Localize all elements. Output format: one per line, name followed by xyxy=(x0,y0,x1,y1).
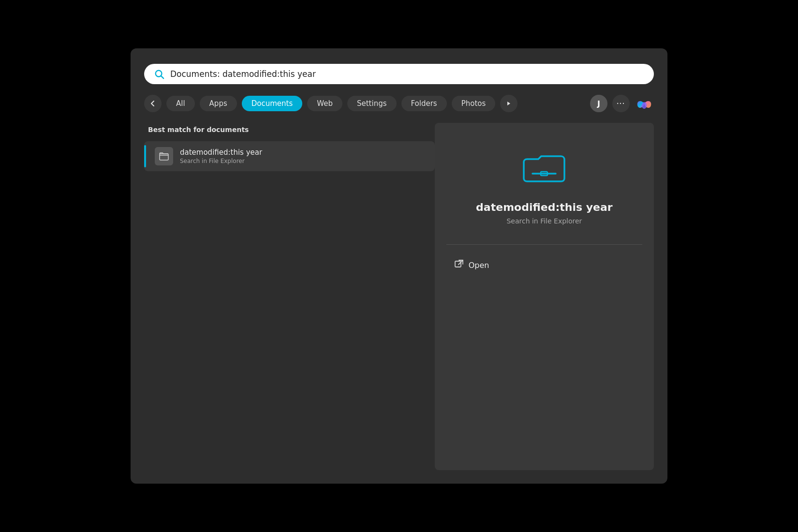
more-arrow-button[interactable] xyxy=(500,95,517,112)
more-options-button[interactable]: ··· xyxy=(612,95,630,112)
detail-folder-icon xyxy=(517,146,571,190)
svg-line-1 xyxy=(161,76,163,78)
filter-apps[interactable]: Apps xyxy=(200,96,237,111)
result-item[interactable]: datemodified:this year Search in File Ex… xyxy=(144,141,435,171)
section-title: Best match for documents xyxy=(144,123,435,137)
copilot-button[interactable] xyxy=(635,94,654,113)
open-label: Open xyxy=(469,261,489,270)
user-avatar[interactable]: J xyxy=(590,95,607,112)
filter-photos[interactable]: Photos xyxy=(452,96,496,111)
filter-settings[interactable]: Settings xyxy=(347,96,397,111)
open-icon xyxy=(454,259,464,271)
result-title: datemodified:this year xyxy=(180,148,262,157)
search-bar xyxy=(144,64,654,84)
open-button[interactable]: Open xyxy=(446,254,642,276)
svg-rect-5 xyxy=(160,154,168,160)
result-text: datemodified:this year Search in File Ex… xyxy=(180,148,262,164)
accent-bar xyxy=(144,145,146,167)
filter-web[interactable]: Web xyxy=(307,96,342,111)
filter-row: All Apps Documents Web Settings Folders … xyxy=(144,94,654,113)
file-explorer-icon xyxy=(155,147,173,165)
svg-rect-8 xyxy=(455,261,461,267)
search-input[interactable] xyxy=(170,69,644,79)
search-icon xyxy=(154,69,164,79)
left-panel: Best match for documents datemodified:th… xyxy=(144,123,435,470)
main-content: Best match for documents datemodified:th… xyxy=(144,123,654,470)
search-window: All Apps Documents Web Settings Folders … xyxy=(131,48,667,484)
result-subtitle: Search in File Explorer xyxy=(180,158,262,164)
detail-title: datemodified:this year xyxy=(476,201,613,213)
svg-point-4 xyxy=(642,102,647,109)
svg-marker-2 xyxy=(507,102,510,105)
right-panel: datemodified:this year Search in File Ex… xyxy=(435,123,654,470)
divider xyxy=(446,244,642,245)
filter-all[interactable]: All xyxy=(166,96,195,111)
back-button[interactable] xyxy=(144,95,162,112)
filter-documents[interactable]: Documents xyxy=(242,96,303,111)
filter-folders[interactable]: Folders xyxy=(401,96,447,111)
detail-subtitle: Search in File Explorer xyxy=(506,217,582,225)
